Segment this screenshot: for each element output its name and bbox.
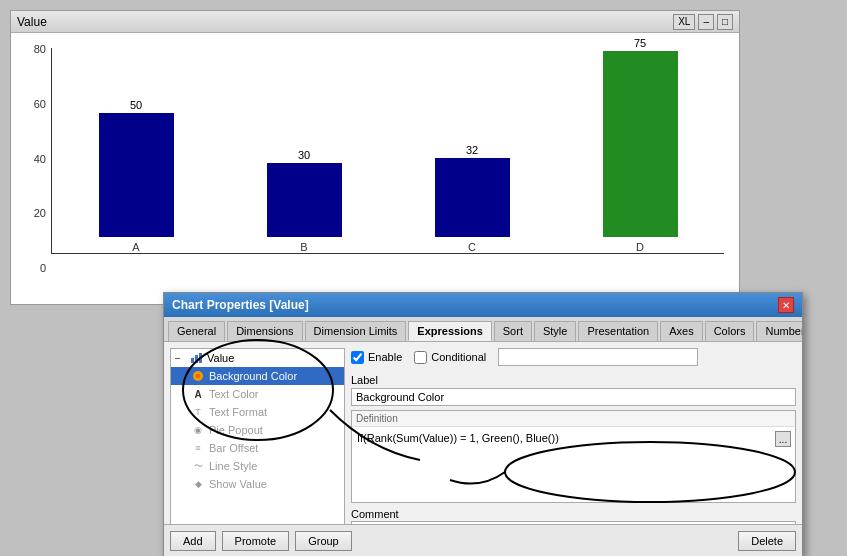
label-row: Label bbox=[351, 374, 796, 406]
expression-tree-panel: – Value B bbox=[170, 348, 345, 545]
bar-c: 32 C bbox=[435, 144, 510, 253]
y-axis: 0 20 40 60 80 bbox=[21, 43, 46, 274]
tree-item-label-line-style: Line Style bbox=[209, 460, 257, 472]
enable-label: Enable bbox=[368, 351, 402, 363]
tab-bar: General Dimensions Dimension Limits Expr… bbox=[164, 317, 802, 342]
tab-axes[interactable]: Axes bbox=[660, 321, 702, 341]
bar-offset-icon: ≡ bbox=[191, 441, 205, 455]
group-button[interactable]: Group bbox=[295, 531, 352, 551]
svg-rect-0 bbox=[191, 358, 194, 363]
tree-item-label-show-value: Show Value bbox=[209, 478, 267, 490]
pie-popout-icon: ◉ bbox=[191, 423, 205, 437]
conditional-checkbox-label[interactable]: Conditional bbox=[414, 351, 486, 364]
tree-item-pie-popout[interactable]: ◉ Pie Popout bbox=[171, 421, 344, 439]
dialog-footer: Add Promote Group Delete bbox=[164, 524, 802, 556]
tree-item-label-bar-offset: Bar Offset bbox=[209, 442, 258, 454]
svg-rect-2 bbox=[199, 353, 202, 363]
right-panel: Enable Conditional Label Definition If(R… bbox=[351, 348, 796, 545]
promote-button[interactable]: Promote bbox=[222, 531, 290, 551]
enable-checkbox-label[interactable]: Enable bbox=[351, 351, 402, 364]
dialog-titlebar: Chart Properties [Value] ✕ bbox=[164, 293, 802, 317]
tree-item-label-text-format: Text Format bbox=[209, 406, 267, 418]
tab-number[interactable]: Number bbox=[756, 321, 802, 341]
dialog-body: – Value B bbox=[164, 342, 802, 551]
tab-general[interactable]: General bbox=[168, 321, 225, 341]
tree-item-line-style[interactable]: 〜 Line Style bbox=[171, 457, 344, 475]
add-button[interactable]: Add bbox=[170, 531, 216, 551]
definition-content: If(Rank(Sum(Value)) = 1, Green(), Blue()… bbox=[352, 427, 795, 451]
tree-root-value[interactable]: – Value bbox=[171, 349, 344, 367]
chart-window: Value XL – □ 0 20 40 60 80 50 A 30 B bbox=[10, 10, 740, 305]
delete-button[interactable]: Delete bbox=[738, 531, 796, 551]
comment-label: Comment bbox=[351, 508, 399, 520]
tab-colors[interactable]: Colors bbox=[705, 321, 755, 341]
chart-area: 0 20 40 60 80 50 A 30 B 32 C bbox=[11, 33, 739, 304]
chart-controls: XL – □ bbox=[673, 14, 733, 30]
tree-item-bar-offset[interactable]: ≡ Bar Offset bbox=[171, 439, 344, 457]
tree-root-label: Value bbox=[207, 352, 234, 364]
tree-item-text-format[interactable]: T Text Format bbox=[171, 403, 344, 421]
tab-dimensions[interactable]: Dimensions bbox=[227, 321, 302, 341]
svg-rect-1 bbox=[195, 355, 198, 363]
tab-style[interactable]: Style bbox=[534, 321, 576, 341]
conditional-input[interactable] bbox=[498, 348, 698, 366]
tree-item-label-text-color: Text Color bbox=[209, 388, 259, 400]
svg-rect-4 bbox=[196, 374, 200, 378]
text-color-icon: A bbox=[191, 387, 205, 401]
tree-expander[interactable]: – bbox=[175, 353, 185, 363]
conditional-checkbox[interactable] bbox=[414, 351, 427, 364]
dialog-close-btn[interactable]: ✕ bbox=[778, 297, 794, 313]
tab-expressions[interactable]: Expressions bbox=[408, 321, 491, 341]
bar-b: 30 B bbox=[267, 149, 342, 253]
line-style-icon: 〜 bbox=[191, 459, 205, 473]
text-format-icon: T bbox=[191, 405, 205, 419]
chart-icon bbox=[189, 351, 203, 365]
chart-title: Value bbox=[17, 15, 47, 29]
tab-presentation[interactable]: Presentation bbox=[578, 321, 658, 341]
conditional-label: Conditional bbox=[431, 351, 486, 363]
tab-sort[interactable]: Sort bbox=[494, 321, 532, 341]
chart-xl-btn[interactable]: XL bbox=[673, 14, 695, 30]
enable-checkbox[interactable] bbox=[351, 351, 364, 364]
chart-maximize-btn[interactable]: □ bbox=[717, 14, 733, 30]
bars-container: 50 A 30 B 32 C 75 D bbox=[51, 48, 724, 254]
definition-header: Definition bbox=[352, 411, 795, 427]
definition-ellipsis-btn[interactable]: ... bbox=[775, 431, 791, 447]
definition-text: If(Rank(Sum(Value)) = 1, Green(), Blue()… bbox=[354, 429, 773, 447]
chart-minimize-btn[interactable]: – bbox=[698, 14, 714, 30]
tree-item-label-pie-popout: Pie Popout bbox=[209, 424, 263, 436]
background-color-icon bbox=[191, 369, 205, 383]
chart-titlebar: Value XL – □ bbox=[11, 11, 739, 33]
label-input[interactable] bbox=[351, 388, 796, 406]
bar-d: 75 D bbox=[603, 37, 678, 253]
tree-item-text-color[interactable]: A Text Color bbox=[171, 385, 344, 403]
label-field-label: Label bbox=[351, 374, 796, 386]
chart-properties-dialog: Chart Properties [Value] ✕ General Dimen… bbox=[163, 292, 803, 556]
bar-a: 50 A bbox=[99, 99, 174, 253]
top-controls: Enable Conditional bbox=[351, 348, 796, 370]
show-value-icon: ◆ bbox=[191, 477, 205, 491]
tab-dimension-limits[interactable]: Dimension Limits bbox=[305, 321, 407, 341]
tree-item-label-background-color: Background Color bbox=[209, 370, 297, 382]
definition-section: Definition If(Rank(Sum(Value)) = 1, Gree… bbox=[351, 410, 796, 503]
tree-item-background-color[interactable]: Background Color bbox=[171, 367, 344, 385]
tree-item-show-value[interactable]: ◆ Show Value bbox=[171, 475, 344, 493]
dialog-title: Chart Properties [Value] bbox=[172, 298, 309, 312]
